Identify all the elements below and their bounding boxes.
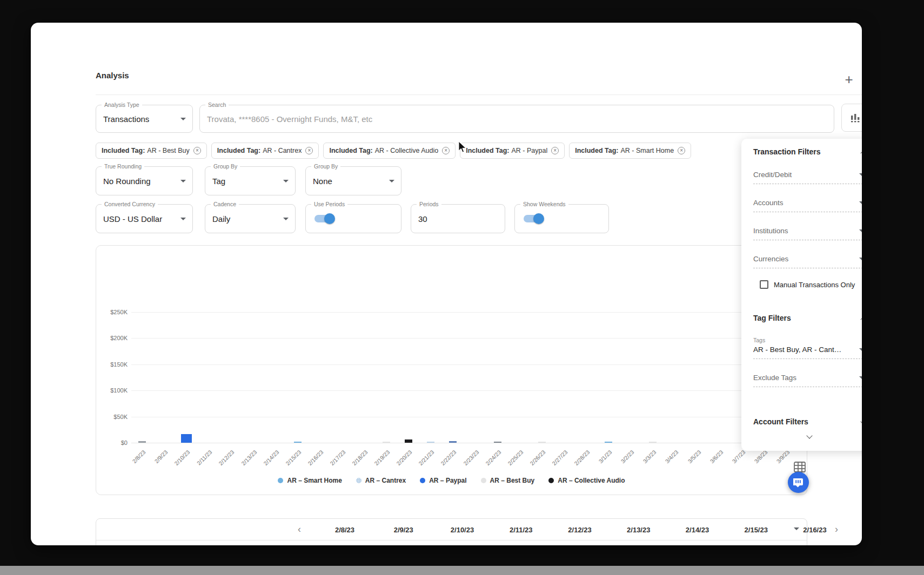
gridline bbox=[131, 390, 797, 391]
group-by-select[interactable]: Group By Tag bbox=[205, 166, 296, 195]
panel-select-value: Accounts bbox=[753, 199, 853, 207]
chat-bubble-icon bbox=[793, 478, 804, 488]
column-options-caret[interactable] bbox=[794, 527, 799, 530]
chip-value: AR - Best Buy bbox=[147, 147, 190, 154]
chart-bar[interactable] bbox=[605, 442, 612, 443]
chart-bar[interactable] bbox=[405, 439, 412, 443]
true-rounding-value: No Rounding bbox=[103, 177, 151, 186]
converted-currency-select[interactable]: Converted Currency USD - US Dollar bbox=[96, 204, 193, 233]
group-by-2-label: Group By bbox=[311, 163, 340, 170]
y-axis-tick: $250K bbox=[99, 309, 128, 315]
cadence-value: Daily bbox=[212, 214, 230, 224]
periods-value: 30 bbox=[418, 214, 427, 224]
chip-value: AR - Collective Audio bbox=[375, 147, 438, 154]
chevron-down-icon bbox=[283, 180, 289, 182]
converted-currency-label: Converted Currency bbox=[102, 201, 158, 207]
chart-bar[interactable] bbox=[138, 441, 146, 443]
add-analysis-button[interactable]: + bbox=[842, 73, 855, 86]
chart-bar[interactable] bbox=[449, 441, 457, 443]
chart-bar[interactable] bbox=[294, 442, 302, 443]
legend-label: AR – Best Buy bbox=[490, 477, 535, 484]
gridline bbox=[131, 364, 797, 365]
chip-value: AR - Paypal bbox=[511, 147, 547, 154]
chevron-down-icon bbox=[859, 348, 862, 351]
remove-tag-icon[interactable]: × bbox=[678, 147, 685, 154]
panel-section-title: Transaction Filters bbox=[753, 147, 820, 156]
legend-item[interactable]: AR – Best Buy bbox=[481, 477, 535, 484]
bar-chart-view-icon[interactable] bbox=[851, 113, 860, 123]
chart-bar[interactable] bbox=[427, 442, 434, 443]
chevron-down-icon bbox=[859, 229, 862, 232]
page-title: Analysis bbox=[96, 71, 129, 80]
bottom-strip bbox=[0, 566, 924, 575]
chart-bar[interactable] bbox=[383, 442, 390, 443]
search-input[interactable]: Search Trovata, ****8605 - Overnight Fun… bbox=[199, 105, 834, 133]
legend-item[interactable]: AR – Cantrex bbox=[356, 477, 406, 484]
chart-bar[interactable] bbox=[649, 442, 657, 443]
legend-item[interactable]: AR – Paypal bbox=[420, 477, 466, 484]
show-table-button[interactable] bbox=[794, 462, 806, 472]
chart-bar[interactable] bbox=[538, 442, 546, 443]
panel-select-value: Exclude Tags bbox=[753, 374, 853, 382]
panel-select-label: Tags bbox=[753, 337, 862, 343]
panel-select-accounts[interactable]: Accounts bbox=[753, 199, 862, 212]
panel-section-header[interactable]: Tag Filters bbox=[753, 314, 862, 322]
remove-tag-icon[interactable]: × bbox=[551, 147, 559, 154]
panel-select-exclude-tags[interactable]: Exclude Tags bbox=[753, 374, 862, 387]
panel-select-currencies[interactable]: Currencies bbox=[753, 255, 862, 268]
panel-select-credit-debit[interactable]: Credit/Debit bbox=[753, 171, 862, 184]
periods-input[interactable]: Periods 30 bbox=[411, 204, 505, 233]
legend-label: AR – Cantrex bbox=[365, 477, 406, 484]
chevron-down-icon bbox=[180, 180, 186, 182]
table-column-header: 2/11/23 bbox=[510, 526, 533, 534]
chevron-down-icon bbox=[859, 376, 862, 379]
use-periods-toggle[interactable] bbox=[314, 215, 334, 222]
legend-item[interactable]: AR – Collective Audio bbox=[548, 477, 625, 484]
cadence-select[interactable]: Cadence Daily bbox=[205, 204, 296, 233]
chat-launcher-button[interactable] bbox=[788, 472, 809, 493]
table-next-button[interactable]: › bbox=[835, 524, 838, 535]
gridline bbox=[131, 417, 797, 417]
chevron-down-icon bbox=[860, 418, 862, 424]
chart-legend: AR – Smart HomeAR – CantrexAR – PaypalAR… bbox=[96, 477, 807, 484]
panel-select-institutions[interactable]: Institutions bbox=[753, 227, 862, 240]
remove-tag-icon[interactable]: × bbox=[442, 147, 450, 154]
analysis-page-card: Analysis + PDF Analysis Type Transaction… bbox=[31, 23, 862, 545]
legend-dot bbox=[548, 478, 554, 483]
show-weekends-toggle[interactable] bbox=[524, 215, 543, 222]
manual-transactions-only-checkbox[interactable]: Manual Transactions Only bbox=[760, 280, 862, 289]
use-periods-field: Use Periods bbox=[305, 204, 401, 233]
remove-tag-icon[interactable]: × bbox=[193, 147, 201, 154]
group-by-2-select[interactable]: Group By None bbox=[305, 166, 401, 195]
y-axis-tick: $50K bbox=[99, 414, 128, 420]
panel-select-tags[interactable]: TagsAR - Best Buy, AR - Cant… bbox=[753, 337, 862, 359]
true-rounding-select[interactable]: True Rounding No Rounding bbox=[96, 166, 193, 195]
header-divider bbox=[96, 94, 862, 95]
chart-bar[interactable] bbox=[181, 434, 192, 443]
legend-dot bbox=[481, 478, 486, 483]
chart-bar[interactable] bbox=[494, 442, 501, 443]
legend-item[interactable]: AR – Smart Home bbox=[278, 477, 342, 484]
chevron-up-icon bbox=[860, 316, 862, 322]
mouse-cursor bbox=[458, 141, 467, 153]
included-tag-chip: Included Tag: AR - Best Buy× bbox=[96, 143, 207, 159]
table-column-header: 2/8/23 bbox=[335, 526, 354, 534]
analysis-type-label: Analysis Type bbox=[102, 102, 142, 108]
panel-scroll-more[interactable] bbox=[753, 434, 862, 438]
chevron-down-icon bbox=[389, 180, 394, 182]
analysis-type-select[interactable]: Analysis Type Transactions bbox=[96, 105, 193, 133]
table-prev-button[interactable]: ‹ bbox=[298, 524, 301, 535]
chip-prefix: Included Tag: bbox=[329, 147, 372, 154]
table-column-header: 2/14/23 bbox=[686, 526, 709, 534]
y-axis-tick: $200K bbox=[99, 335, 128, 341]
table-grid-icon bbox=[794, 462, 806, 472]
group-by-2-value: None bbox=[313, 177, 332, 186]
chevron-down-icon bbox=[859, 201, 862, 204]
group-by-value: Tag bbox=[212, 177, 225, 186]
panel-section-header[interactable]: Transaction Filters bbox=[753, 147, 862, 156]
remove-tag-icon[interactable]: × bbox=[305, 147, 313, 154]
panel-section-header[interactable]: Account Filters bbox=[753, 417, 862, 426]
table-column-header: 2/9/23 bbox=[394, 526, 413, 534]
legend-dot bbox=[278, 478, 283, 483]
panel-select-value: Credit/Debit bbox=[753, 171, 853, 179]
